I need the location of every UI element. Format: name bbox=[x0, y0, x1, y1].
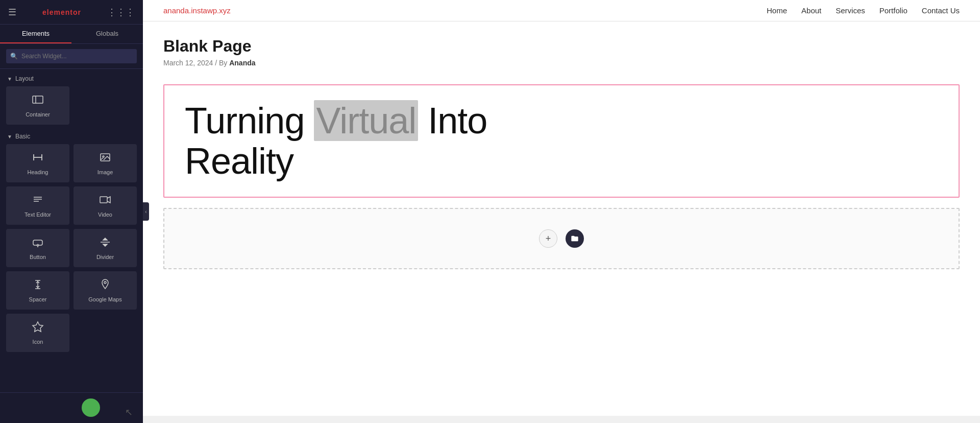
svg-rect-0 bbox=[33, 96, 43, 103]
site-logo[interactable]: ananda.instawp.xyz bbox=[163, 6, 231, 15]
page-content: Blank Page March 12, 2024 / By Ananda Tu… bbox=[143, 21, 980, 416]
hero-text: Turning Virtual Into Reality bbox=[185, 101, 938, 181]
basic-widget-grid: Heading Image bbox=[0, 144, 143, 354]
basic-arrow-icon: ▼ bbox=[7, 134, 12, 139]
image-icon bbox=[99, 151, 111, 166]
sidebar-collapse-handle[interactable]: ‹ bbox=[143, 202, 149, 221]
container-label: Container bbox=[26, 111, 50, 118]
tab-globals[interactable]: Globals bbox=[71, 25, 143, 43]
site-nav: Home About Services Portfolio Contact Us bbox=[767, 6, 960, 15]
video-label: Video bbox=[98, 212, 112, 218]
page-author: Ananda bbox=[229, 59, 255, 67]
basic-section-header[interactable]: ▼ Basic bbox=[0, 127, 143, 144]
svg-marker-15 bbox=[103, 238, 107, 240]
widget-icon[interactable]: Icon bbox=[6, 314, 69, 352]
button-icon bbox=[32, 236, 44, 251]
sidebar-tabs: Elements Globals bbox=[0, 25, 143, 44]
status-indicator bbox=[82, 398, 100, 417]
layout-section-label: Layout bbox=[15, 75, 34, 82]
nav-portfolio[interactable]: Portfolio bbox=[879, 6, 908, 15]
empty-widget-container[interactable]: + bbox=[163, 208, 960, 269]
layout-widget-grid: Container bbox=[0, 86, 143, 127]
nav-contact[interactable]: Contact Us bbox=[922, 6, 960, 15]
icon-widget-icon bbox=[32, 321, 44, 336]
page-slash: / By bbox=[215, 59, 229, 67]
sidebar: ☰ elementor ⋮⋮⋮ Elements Globals 🔍 ▼ Lay… bbox=[0, 0, 143, 423]
text-editor-icon bbox=[32, 194, 44, 208]
button-label: Button bbox=[30, 254, 46, 260]
widget-search-area: 🔍 bbox=[0, 44, 143, 69]
svg-rect-10 bbox=[100, 197, 107, 203]
sidebar-bottom: ↖ bbox=[0, 392, 143, 423]
sidebar-header: ☰ elementor ⋮⋮⋮ bbox=[0, 0, 143, 25]
widget-video[interactable]: Video bbox=[74, 186, 137, 225]
widget-container[interactable]: Container bbox=[6, 86, 69, 125]
hero-line1-end: Into bbox=[428, 100, 487, 141]
content-area: Turning Virtual Into Reality + bbox=[163, 79, 960, 269]
search-icon: 🔍 bbox=[10, 53, 18, 60]
sidebar-content: ▼ Layout Container ▼ Basic bbox=[0, 69, 143, 392]
template-folder-button[interactable] bbox=[566, 229, 584, 248]
hero-line1: Turning bbox=[185, 100, 304, 141]
grid-icon[interactable]: ⋮⋮⋮ bbox=[107, 7, 135, 18]
heading-label: Heading bbox=[28, 169, 48, 175]
divider-label: Divider bbox=[96, 254, 114, 260]
cursor-icon: ↖ bbox=[125, 407, 133, 418]
widget-google-maps[interactable]: Google Maps bbox=[74, 271, 137, 310]
layout-arrow-icon: ▼ bbox=[7, 76, 12, 82]
widget-image[interactable]: Image bbox=[74, 144, 137, 182]
basic-section-label: Basic bbox=[15, 133, 30, 140]
page-date: March 12, 2024 bbox=[163, 59, 213, 67]
heading-icon bbox=[32, 151, 44, 166]
nav-services[interactable]: Services bbox=[836, 6, 865, 15]
widget-heading[interactable]: Heading bbox=[6, 144, 69, 182]
search-input[interactable] bbox=[6, 49, 137, 63]
svg-marker-16 bbox=[103, 244, 107, 246]
hero-line2: Reality bbox=[185, 140, 293, 181]
svg-point-6 bbox=[103, 156, 104, 157]
site-header: ananda.instawp.xyz Home About Services P… bbox=[143, 0, 980, 21]
widget-divider[interactable]: Divider bbox=[74, 229, 137, 267]
spacer-label: Spacer bbox=[29, 296, 47, 302]
svg-point-20 bbox=[104, 281, 106, 284]
main-content: ananda.instawp.xyz Home About Services P… bbox=[143, 0, 980, 423]
spacer-icon bbox=[32, 278, 44, 293]
nav-home[interactable]: Home bbox=[767, 6, 787, 15]
image-label: Image bbox=[97, 169, 113, 175]
page-meta: March 12, 2024 / By Ananda bbox=[163, 59, 960, 67]
nav-about[interactable]: About bbox=[801, 6, 821, 15]
elementor-logo: elementor bbox=[42, 8, 81, 16]
divider-icon bbox=[99, 236, 111, 251]
icon-label: Icon bbox=[33, 339, 43, 345]
text-editor-label: Text Editor bbox=[24, 212, 51, 218]
container-icon bbox=[32, 93, 44, 108]
widget-button[interactable]: Button bbox=[6, 229, 69, 267]
google-maps-label: Google Maps bbox=[88, 296, 121, 302]
hero-highlight: Virtual bbox=[314, 100, 418, 141]
layout-section-header[interactable]: ▼ Layout bbox=[0, 69, 143, 86]
tab-elements[interactable]: Elements bbox=[0, 25, 71, 43]
widget-spacer[interactable]: Spacer bbox=[6, 271, 69, 310]
google-maps-icon bbox=[99, 278, 111, 293]
page-title: Blank Page bbox=[163, 37, 960, 56]
widget-text-editor[interactable]: Text Editor bbox=[6, 186, 69, 225]
add-widget-button[interactable]: + bbox=[539, 229, 557, 248]
video-icon bbox=[99, 194, 111, 208]
hero-widget-container[interactable]: Turning Virtual Into Reality bbox=[163, 84, 960, 198]
hamburger-icon[interactable]: ☰ bbox=[8, 7, 16, 18]
svg-marker-21 bbox=[33, 322, 43, 332]
